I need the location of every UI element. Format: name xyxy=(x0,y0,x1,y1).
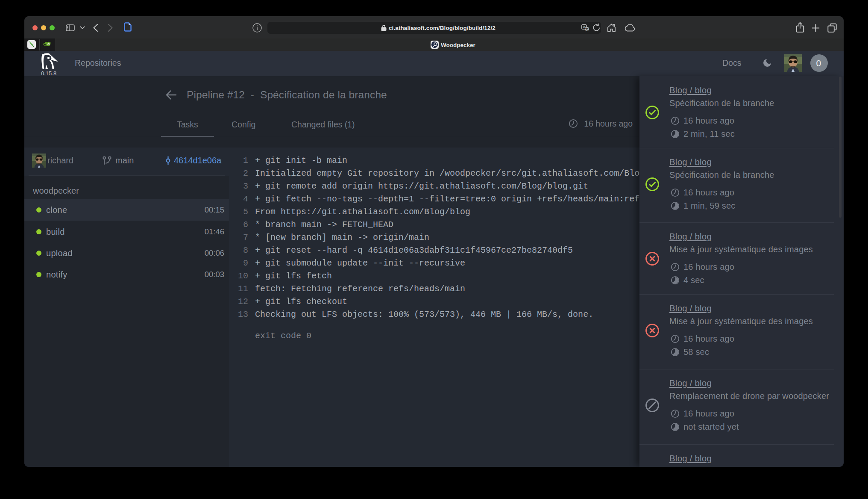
svg-text:文: 文 xyxy=(585,27,589,31)
